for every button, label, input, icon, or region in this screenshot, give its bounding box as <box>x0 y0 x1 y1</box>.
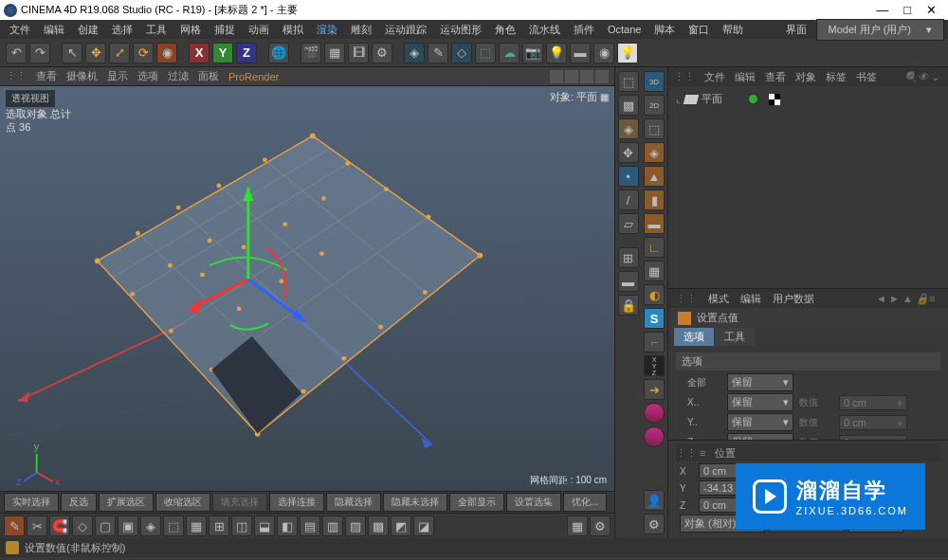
obj-menu-edit[interactable]: 编辑 <box>735 70 756 84</box>
object-tree[interactable]: ⌞ 平面 <box>668 86 948 289</box>
move-tool[interactable]: ✥ <box>85 43 106 63</box>
sc-cube[interactable]: ◈ <box>644 142 665 163</box>
tool-4[interactable]: ⬚ <box>163 515 184 536</box>
vp-nav-zoom-icon[interactable] <box>565 70 578 83</box>
sc-grid[interactable]: ▦ <box>644 261 665 281</box>
vp-menu-view[interactable]: 查看 <box>36 69 57 83</box>
vp-nav-layout-icon[interactable] <box>595 70 609 83</box>
btn-set-sel[interactable]: 设置选集 <box>506 493 561 512</box>
sc-settings[interactable]: ⚙ <box>644 514 665 534</box>
scale-tool[interactable]: ⤢ <box>109 43 130 63</box>
axis-x-toggle[interactable]: X <box>189 43 210 63</box>
menu-pipeline[interactable]: 流水线 <box>523 21 566 39</box>
menu-file[interactable]: 文件 <box>4 21 36 39</box>
menu-mograph[interactable]: 运动图形 <box>434 21 487 39</box>
btn-live-select[interactable]: 实时选择 <box>4 493 59 512</box>
deformer[interactable]: ⬚ <box>475 43 496 63</box>
last-tool[interactable]: ◉ <box>156 43 177 63</box>
maximize-button[interactable]: □ <box>903 3 911 17</box>
btn-connected[interactable]: 选择连接 <box>269 493 324 512</box>
render-pv[interactable]: 🎞 <box>348 43 369 63</box>
layout-dropdown[interactable]: Model 用户 (用户)▾ <box>816 19 944 41</box>
snap-enable[interactable]: ⊞ <box>618 247 639 268</box>
menu-select[interactable]: 选择 <box>106 21 138 39</box>
attr-menu-edit[interactable]: 编辑 <box>740 292 761 306</box>
mode-object[interactable]: ◈ <box>618 118 639 139</box>
menu-sculpt[interactable]: 雕刻 <box>345 21 377 39</box>
attr-menu-userdata[interactable]: 用户数据 <box>773 292 814 306</box>
obj-menu-bookmarks[interactable]: 书签 <box>856 70 877 84</box>
menu-window[interactable]: 窗口 <box>683 21 715 39</box>
btn-optimize[interactable]: 优化... <box>563 493 607 512</box>
tag[interactable]: ◉ <box>593 43 614 63</box>
object-row-plane[interactable]: ⌞ 平面 <box>676 90 940 108</box>
cursor-tool[interactable]: ↖ <box>62 43 82 63</box>
tool-8[interactable]: ⬓ <box>254 515 275 536</box>
menu-character[interactable]: 角色 <box>489 21 521 39</box>
vp-menu-options[interactable]: 选项 <box>137 69 158 83</box>
x-num-input[interactable]: 0 cm♦ <box>839 395 907 410</box>
sc-1[interactable]: 3D <box>644 71 665 92</box>
render-settings[interactable]: ⚙ <box>372 43 392 63</box>
menu-animate[interactable]: 动画 <box>243 21 275 39</box>
menu-edit[interactable]: 编辑 <box>38 21 70 39</box>
sc-3[interactable]: ⬚ <box>644 118 665 139</box>
sc-sphere1[interactable] <box>644 403 665 424</box>
undo-button[interactable]: ↶ <box>6 43 27 63</box>
attr-up-icon[interactable]: ▲ <box>902 293 914 304</box>
sc-pipe[interactable]: ⌐ <box>644 332 665 352</box>
tool-11[interactable]: ▥ <box>322 515 343 536</box>
tool-12[interactable]: ▨ <box>345 515 366 536</box>
prim-spline[interactable]: ✎ <box>428 43 448 63</box>
texture-tag-icon[interactable] <box>769 94 780 105</box>
axis-z-toggle[interactable]: Z <box>236 43 257 63</box>
coord-system[interactable]: 🌐 <box>268 43 289 63</box>
y-num-input[interactable]: 0 cm♦ <box>839 415 907 430</box>
close-button[interactable]: ✕ <box>926 3 937 17</box>
mode-points[interactable]: • <box>618 166 639 187</box>
sc-angle[interactable]: ∟ <box>644 237 665 258</box>
tool-10[interactable]: ▤ <box>300 515 320 536</box>
prim-cube[interactable]: ◈ <box>404 43 425 63</box>
sc-cylinder[interactable]: ▮ <box>644 190 665 210</box>
attr-fwd-icon[interactable]: ► <box>889 293 901 304</box>
menu-snap[interactable]: 捕捉 <box>209 21 241 39</box>
sc-cone[interactable]: ▲ <box>644 166 665 187</box>
obj-menu-tags[interactable]: 标签 <box>826 70 847 84</box>
tool-brush[interactable]: ✎ <box>4 515 25 536</box>
tool-knife[interactable]: ✂ <box>27 515 47 536</box>
tool-13[interactable]: ▩ <box>368 515 389 536</box>
btn-hide-sel[interactable]: 隐藏选择 <box>326 493 381 512</box>
attr-back-icon[interactable]: ◄ <box>876 293 887 304</box>
environment[interactable]: ☁ <box>499 43 520 63</box>
sc-disc[interactable]: ◐ <box>644 284 665 305</box>
tool-14[interactable]: ◩ <box>391 515 411 536</box>
camera[interactable]: 📷 <box>522 43 543 63</box>
menu-simulate[interactable]: 模拟 <box>277 21 309 39</box>
visibility-editor-dot[interactable] <box>749 95 757 103</box>
tab-options[interactable]: 选项 <box>674 328 714 346</box>
tool-5[interactable]: ▦ <box>186 515 207 536</box>
axis-y-toggle[interactable]: Y <box>212 43 233 63</box>
minimize-button[interactable]: — <box>876 3 888 17</box>
menu-render[interactable]: 渲染 <box>311 21 343 39</box>
render-region[interactable]: ▦ <box>324 43 345 63</box>
menu-mesh[interactable]: 网格 <box>174 21 207 39</box>
menu-help[interactable]: 帮助 <box>717 21 749 39</box>
attr-menu-mode[interactable]: 模式 <box>708 292 729 306</box>
sc-plane[interactable]: ▬ <box>644 213 665 234</box>
btn-hide-unsel[interactable]: 隐藏未选择 <box>383 493 447 512</box>
tool-6[interactable]: ⊞ <box>209 515 229 536</box>
obj-menu-view[interactable]: 查看 <box>765 70 786 84</box>
sc-2[interactable]: 2D <box>644 95 665 116</box>
obj-menu-objects[interactable]: 对象 <box>795 70 816 84</box>
snap-toggle[interactable]: ▦ <box>567 515 588 536</box>
attr-menu-icon[interactable]: ≡ <box>929 293 940 304</box>
all-dropdown[interactable]: 保留▾ <box>727 373 793 391</box>
vp-menu-prorender[interactable]: ProRender <box>228 71 279 82</box>
tool-poly[interactable]: ◇ <box>72 515 93 536</box>
sc-xyz[interactable]: XYZ <box>644 355 665 376</box>
menu-tracker[interactable]: 运动跟踪 <box>379 21 432 39</box>
render-view[interactable]: 🎬 <box>301 43 321 63</box>
sc-s[interactable]: S <box>644 308 665 329</box>
